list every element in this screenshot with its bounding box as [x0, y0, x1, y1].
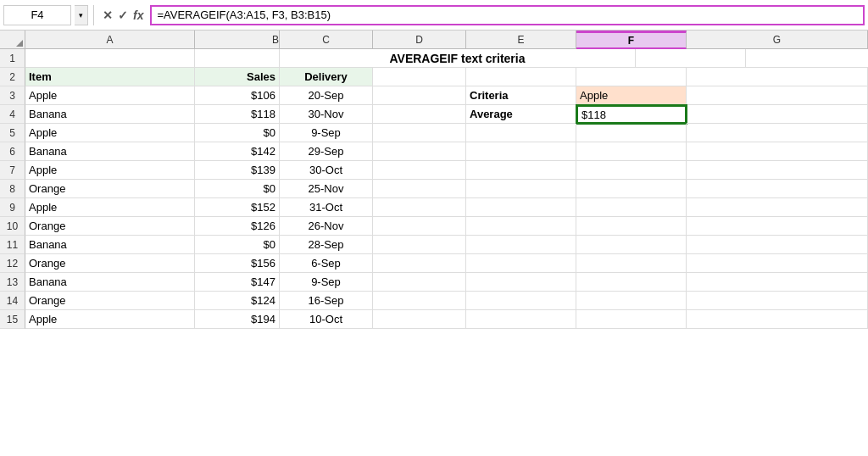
row-header-3[interactable]: 3: [0, 86, 25, 105]
cell-g5[interactable]: [687, 124, 868, 142]
cell-a1[interactable]: [25, 49, 195, 68]
cell-f11[interactable]: [576, 236, 687, 254]
cell-a4[interactable]: Banana: [25, 105, 195, 124]
cell-d13[interactable]: [373, 273, 466, 292]
cell-a11[interactable]: Banana: [25, 236, 195, 254]
cell-b14[interactable]: $124: [195, 292, 280, 310]
cell-g12[interactable]: [687, 254, 868, 273]
col-header-g[interactable]: G: [687, 31, 868, 49]
row-header-5[interactable]: 5: [0, 124, 25, 142]
cell-e15[interactable]: [466, 310, 576, 329]
cell-e11[interactable]: [466, 236, 576, 254]
cell-d9[interactable]: [373, 198, 466, 217]
cell-f8[interactable]: [576, 180, 687, 198]
row-header-15[interactable]: 15: [0, 310, 25, 329]
cell-g8[interactable]: [687, 180, 868, 198]
cell-b9[interactable]: $152: [195, 198, 280, 217]
cell-g3[interactable]: [687, 86, 868, 105]
row-header-6[interactable]: 6: [0, 142, 25, 161]
cell-g2[interactable]: [687, 68, 868, 86]
cell-c6[interactable]: 29-Sep: [280, 142, 373, 161]
col-header-c[interactable]: C: [280, 31, 373, 49]
cell-a2[interactable]: Item: [25, 68, 195, 86]
cell-d5[interactable]: [373, 124, 466, 142]
cell-e12[interactable]: [466, 254, 576, 273]
col-header-f[interactable]: F: [576, 31, 687, 49]
cell-d8[interactable]: [373, 180, 466, 198]
cell-a3[interactable]: Apple: [25, 86, 195, 105]
cell-b1[interactable]: [195, 49, 280, 68]
cell-b15[interactable]: $194: [195, 310, 280, 329]
cell-a8[interactable]: Orange: [25, 180, 195, 198]
cell-g4[interactable]: [687, 105, 868, 124]
cell-b12[interactable]: $156: [195, 254, 280, 273]
row-header-10[interactable]: 10: [0, 217, 25, 236]
cell-e13[interactable]: [466, 273, 576, 292]
row-header-12[interactable]: 12: [0, 254, 25, 273]
cell-c12[interactable]: 6-Sep: [280, 254, 373, 273]
cell-b2[interactable]: Sales: [195, 68, 280, 86]
cell-c2[interactable]: Delivery: [280, 68, 373, 86]
cell-c15[interactable]: 10-Oct: [280, 310, 373, 329]
row-header-1[interactable]: 1: [0, 49, 25, 68]
row-header-11[interactable]: 11: [0, 236, 25, 254]
cell-e14[interactable]: [466, 292, 576, 310]
cell-d12[interactable]: [373, 254, 466, 273]
cell-c3[interactable]: 20-Sep: [280, 86, 373, 105]
cell-g15[interactable]: [687, 310, 868, 329]
confirm-icon[interactable]: ✓: [118, 8, 128, 22]
cell-a7[interactable]: Apple: [25, 161, 195, 180]
formula-input[interactable]: [150, 5, 865, 25]
cell-e3[interactable]: Criteria: [466, 86, 576, 105]
cell-d7[interactable]: [373, 161, 466, 180]
cell-f4[interactable]: $118: [576, 105, 687, 124]
cell-c9[interactable]: 31-Oct: [280, 198, 373, 217]
cell-g14[interactable]: [687, 292, 868, 310]
cell-f9[interactable]: [576, 198, 687, 217]
row-header-7[interactable]: 7: [0, 161, 25, 180]
cell-f15[interactable]: [576, 310, 687, 329]
cell-e8[interactable]: [466, 180, 576, 198]
cell-b4[interactable]: $118: [195, 105, 280, 124]
row-header-9[interactable]: 9: [0, 198, 25, 217]
cell-b13[interactable]: $147: [195, 273, 280, 292]
cell-f1[interactable]: [636, 49, 746, 68]
col-header-b[interactable]: B: [195, 31, 280, 49]
row-header-8[interactable]: 8: [0, 180, 25, 198]
cell-f3[interactable]: Apple: [576, 86, 687, 105]
cell-f6[interactable]: [576, 142, 687, 161]
cell-a13[interactable]: Banana: [25, 273, 195, 292]
cell-c8[interactable]: 25-Nov: [280, 180, 373, 198]
cell-a14[interactable]: Orange: [25, 292, 195, 310]
row-header-2[interactable]: 2: [0, 68, 25, 86]
cell-b6[interactable]: $142: [195, 142, 280, 161]
cell-d2[interactable]: [373, 68, 466, 86]
cell-e9[interactable]: [466, 198, 576, 217]
cancel-icon[interactable]: ✕: [103, 8, 113, 22]
cell-name-box[interactable]: F4: [3, 5, 71, 25]
cell-c5[interactable]: 9-Sep: [280, 124, 373, 142]
cell-b11[interactable]: $0: [195, 236, 280, 254]
cell-c14[interactable]: 16-Sep: [280, 292, 373, 310]
cell-f10[interactable]: [576, 217, 687, 236]
cell-title[interactable]: AVERAGEIF text criteria: [280, 49, 636, 68]
cell-a15[interactable]: Apple: [25, 310, 195, 329]
col-header-e[interactable]: E: [466, 31, 576, 49]
cell-a10[interactable]: Orange: [25, 217, 195, 236]
corner-cell[interactable]: [0, 31, 25, 49]
cell-a6[interactable]: Banana: [25, 142, 195, 161]
cell-b10[interactable]: $126: [195, 217, 280, 236]
cell-d11[interactable]: [373, 236, 466, 254]
cell-c4[interactable]: 30-Nov: [280, 105, 373, 124]
cell-d10[interactable]: [373, 217, 466, 236]
row-header-13[interactable]: 13: [0, 273, 25, 292]
cell-c11[interactable]: 28-Sep: [280, 236, 373, 254]
cell-g7[interactable]: [687, 161, 868, 180]
cell-b3[interactable]: $106: [195, 86, 280, 105]
cell-f14[interactable]: [576, 292, 687, 310]
cell-e2[interactable]: [466, 68, 576, 86]
cell-e7[interactable]: [466, 161, 576, 180]
cell-a12[interactable]: Orange: [25, 254, 195, 273]
cell-g11[interactable]: [687, 236, 868, 254]
cell-c7[interactable]: 30-Oct: [280, 161, 373, 180]
